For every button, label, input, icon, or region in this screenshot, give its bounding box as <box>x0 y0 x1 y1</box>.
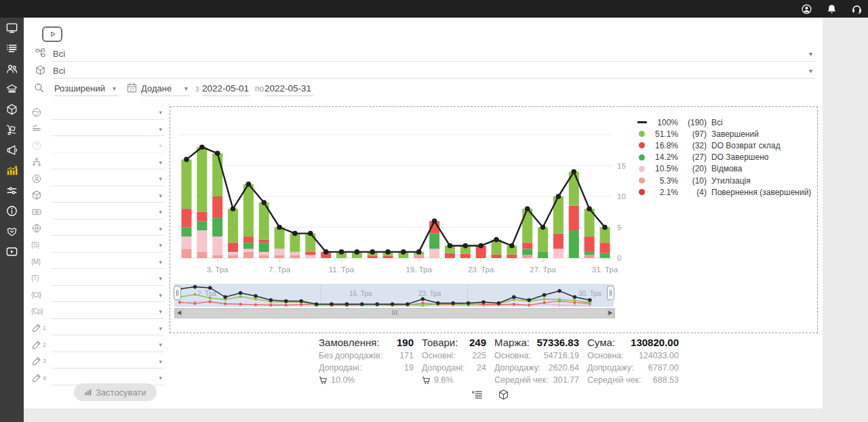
filter-row: {T}▾ <box>31 269 164 286</box>
stat-column: Товари:249Основні:225Допродані:249.6% <box>422 337 486 385</box>
sidebar-item-video[interactable] <box>0 241 24 261</box>
svg-text:17: 17 <box>130 87 134 91</box>
filter-select[interactable]: ▾ <box>52 140 164 153</box>
navigator-right-handle[interactable] <box>607 286 614 300</box>
filter-select[interactable]: ▾ <box>52 339 164 352</box>
filter-row: ▾ <box>31 186 164 203</box>
box-toggle-icon[interactable] <box>497 388 510 401</box>
date-field-value: Додане <box>141 83 172 93</box>
legend-dot-marker <box>637 177 647 184</box>
filter-select[interactable]: ▾ <box>52 322 164 335</box>
stat-row: Допродані:19 <box>319 363 414 373</box>
chart-legend: 100%(190)Всі51.1%(97)Завершений16.8%(32)… <box>637 117 814 198</box>
navigator-tick-label: 2. Тра <box>197 290 216 297</box>
notifications-icon[interactable] <box>826 3 837 15</box>
stat-row: Допродажу:6787.00 <box>587 363 679 373</box>
filter-select[interactable]: ▾ <box>52 255 164 269</box>
list-toggle-icon[interactable] <box>471 388 484 401</box>
legend-item[interactable]: 10.5%(20)Відмова <box>637 163 814 175</box>
sidebar <box>0 18 24 422</box>
legend-item[interactable]: 16.8%(32)DO Возврат склад <box>637 140 814 151</box>
sidebar-item-marketing[interactable] <box>0 140 24 160</box>
settings-icon <box>5 184 18 197</box>
sidebar-item-products[interactable] <box>0 99 24 119</box>
navigator-scrollbar[interactable]: ◀ ▶ <box>174 308 615 318</box>
filter-row: ▾ <box>31 219 164 236</box>
svg-text:10: 10 <box>617 192 626 201</box>
category-select[interactable]: Всі ▾ <box>53 46 815 62</box>
legend-count: (97) <box>681 129 707 139</box>
filter-select[interactable]: ▾ <box>52 305 164 319</box>
sidebar-item-dashboard[interactable] <box>0 18 24 38</box>
svg-text:19. Тра: 19. Тра <box>406 266 433 274</box>
navigator-plot[interactable]: 2. Тра16. Тра23. Тра30. Тра <box>174 284 614 307</box>
navigator-tick-label: 30. Тра <box>578 290 601 297</box>
date-from-input[interactable]: 2022-05-01 <box>202 81 251 96</box>
support-icon[interactable] <box>851 3 863 15</box>
brace-s-icon: {S} <box>31 238 46 252</box>
chevron-down-icon: ▾ <box>159 375 164 381</box>
calendar-icon: 17 <box>126 82 138 93</box>
date-field-select[interactable]: Додане ▾ <box>141 81 190 96</box>
sidebar-item-info[interactable] <box>0 201 24 221</box>
main-chart[interactable]: 0510153. Тра7. Тра11. Тра19. Тра23. Тра2… <box>173 109 648 277</box>
chevron-down-icon: ▾ <box>159 358 164 365</box>
filter-select[interactable]: ▾ <box>52 239 164 253</box>
sidebar-item-shipping[interactable] <box>0 119 24 140</box>
stat-column: Замовлення:190Без допродажів:171Допродан… <box>319 337 414 385</box>
bar-chart-icon <box>84 388 92 396</box>
filter-select[interactable]: ▾ <box>52 289 164 302</box>
filter-select[interactable]: ▾ <box>52 355 164 368</box>
legend-count: (10) <box>681 176 707 186</box>
brace-cp-icon: {Cp} <box>31 305 46 318</box>
scrollbar-grip[interactable] <box>393 310 397 315</box>
topbar-icons <box>801 0 863 18</box>
brace-m-icon: {M} <box>31 255 46 268</box>
sidebar-item-partners[interactable] <box>0 221 24 241</box>
legend-count: (20) <box>681 164 707 173</box>
filter-select[interactable]: ▾ <box>52 272 164 286</box>
info-icon <box>5 205 18 217</box>
apply-button[interactable]: Застосувати <box>74 383 157 401</box>
legend-item[interactable]: 2.1%(4)Повернення (завершений) <box>637 186 814 198</box>
chart-panel: 0510153. Тра7. Тра11. Тра19. Тра23. Тра2… <box>170 106 818 333</box>
filter-select[interactable]: ▾ <box>52 189 164 203</box>
legend-dot-marker <box>637 166 647 172</box>
sidebar-item-settings[interactable] <box>0 180 24 201</box>
scroll-right-arrow-icon[interactable]: ▶ <box>606 309 614 316</box>
filter-select[interactable]: ▾ <box>52 106 164 120</box>
product-select[interactable]: Всі ▾ <box>53 63 815 79</box>
sidebar-item-clients[interactable] <box>0 58 24 79</box>
filter-select[interactable]: ▾ <box>52 222 164 236</box>
scroll-left-arrow-icon[interactable]: ◀ <box>175 309 183 316</box>
legend-item[interactable]: 51.1%(97)Завершений <box>637 128 814 140</box>
navigator-left-handle[interactable] <box>174 286 181 300</box>
tutorial-video-button[interactable] <box>42 26 62 42</box>
filter-select[interactable]: ▾ <box>52 173 164 186</box>
legend-item[interactable]: 100%(190)Всі <box>637 117 814 128</box>
chevron-down-icon: ▾ <box>159 341 164 348</box>
legend-item[interactable]: 5.3%(10)Утилізація <box>637 175 814 186</box>
pencil-icon: 2 <box>31 338 46 352</box>
stat-cart-row: 9.6% <box>422 375 486 385</box>
navigator-tick-label: 16. Тра <box>349 290 372 297</box>
filter-select[interactable]: ▾ <box>52 206 164 219</box>
filter-row: ▾ <box>31 153 164 170</box>
chevron-down-icon: ▾ <box>111 85 118 92</box>
app-logo[interactable] <box>6 1 24 16</box>
search-mode-select[interactable]: Розширений ▾ <box>54 81 118 96</box>
chevron-down-icon: ▾ <box>159 325 164 332</box>
video-icon <box>5 245 18 258</box>
sidebar-item-orders[interactable] <box>0 38 24 58</box>
date-to-input[interactable]: 2022-05-31 <box>264 81 313 96</box>
account-icon[interactable] <box>801 3 812 15</box>
chart-navigator: 2. Тра16. Тра23. Тра30. Тра ◀ ▶ <box>174 284 614 318</box>
legend-item[interactable]: 14.2%(27)DO Завершено <box>637 152 814 163</box>
sidebar-item-statistics[interactable] <box>0 160 24 180</box>
filter-select[interactable]: ▾ <box>52 123 164 136</box>
stat-row: Середній чек:688.53 <box>587 375 679 385</box>
chevron-down-icon: ▾ <box>159 242 164 249</box>
sidebar-item-warehouse[interactable] <box>0 79 24 99</box>
filter-select[interactable]: ▾ <box>52 156 164 169</box>
stat-row: Основні:225 <box>422 351 486 360</box>
